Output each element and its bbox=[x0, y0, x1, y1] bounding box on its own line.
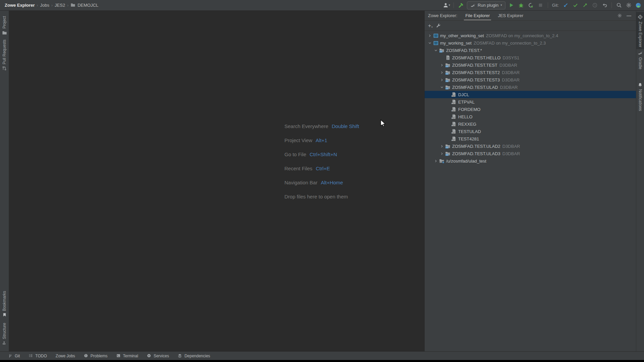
chevron-right-icon[interactable] bbox=[439, 152, 445, 156]
panel-toolbar: +▾ bbox=[425, 21, 636, 31]
tree-item[interactable]: DS ZOSMFAD.TEST.ULAD3 D3DBAR bbox=[425, 150, 636, 157]
panel-settings-icon[interactable] bbox=[616, 13, 623, 19]
tree-item[interactable]: MEM REXXEG bbox=[425, 120, 636, 128]
tree-item[interactable]: my_working_set ZOSMFAD on my_connection_… bbox=[425, 39, 636, 47]
tool-stripe-button-gradle[interactable]: Gradle bbox=[636, 48, 644, 71]
chevron-right-icon[interactable] bbox=[427, 34, 433, 38]
shortcut-hint-row: Recent Files Ctrl+E bbox=[284, 166, 359, 180]
tab-file-explorer[interactable]: File Explorer bbox=[461, 11, 494, 20]
tree-item[interactable]: /u/zosmfad/ulad_test bbox=[425, 157, 636, 165]
avatar-icon[interactable] bbox=[635, 2, 642, 9]
tool-stripe-button-notifications[interactable]: Notifications bbox=[636, 80, 644, 113]
tree-item-suffix: D3DBAR bbox=[502, 77, 520, 82]
svg-text:MEM: MEM bbox=[451, 103, 455, 104]
tree-item-label: my_working_set bbox=[440, 41, 472, 46]
tab-jes-explorer[interactable]: JES Explorer bbox=[494, 11, 527, 20]
tree-item[interactable]: DS ZOSMFAD.TEST.ULAD2 D3DBAR bbox=[425, 142, 636, 150]
tree-item[interactable]: MEM TEST4281 bbox=[425, 135, 636, 142]
tool-window-button-git[interactable]: Git bbox=[8, 354, 20, 358]
update-project-icon[interactable] bbox=[562, 2, 569, 9]
tree-item[interactable]: my_other_working_set ZOSMFAD on my_conne… bbox=[425, 32, 636, 39]
minimize-icon[interactable]: — bbox=[626, 13, 632, 19]
stop-icon[interactable] bbox=[537, 2, 544, 9]
tree-item[interactable]: MEM FORDEMO bbox=[425, 106, 636, 113]
settings-icon[interactable] bbox=[625, 2, 632, 9]
chevron-right-icon[interactable] bbox=[439, 78, 445, 82]
tool-stripe-label: Structure bbox=[2, 323, 7, 339]
chevron-right-icon[interactable] bbox=[439, 71, 445, 74]
tree-item-label: TESTULAD bbox=[458, 129, 481, 134]
breadcrumb-item[interactable]: JES2 bbox=[55, 3, 65, 8]
tree-item[interactable]: DS ZOSMFAD.TEST.TEST D3DBAR bbox=[425, 61, 636, 69]
tool-stripe-label: Zowe Explorer bbox=[638, 21, 643, 47]
member-icon: MEM bbox=[451, 129, 457, 134]
member-icon: MEM bbox=[451, 121, 457, 127]
tree-item[interactable]: DS ZOSMFAD.TEST.* bbox=[425, 47, 636, 54]
breadcrumb-item[interactable]: Jobs bbox=[40, 3, 49, 8]
tool-window-button-problems[interactable]: Problems bbox=[84, 354, 108, 358]
svg-text:Z: Z bbox=[640, 16, 641, 18]
tree-item[interactable]: MEM DJCL bbox=[425, 91, 636, 98]
toolbar-divider bbox=[548, 2, 548, 8]
tree-item[interactable]: MEM HELLO bbox=[425, 113, 636, 120]
history-icon[interactable] bbox=[591, 2, 598, 9]
tool-stripe-button-project[interactable]: Project bbox=[0, 14, 9, 37]
tool-window-button-todo[interactable]: TODO bbox=[29, 354, 47, 358]
member-icon: MEM bbox=[451, 107, 457, 112]
chevron-down-icon[interactable] bbox=[427, 41, 433, 45]
tool-stripe-button-bookmarks[interactable]: Bookmarks bbox=[0, 289, 9, 319]
tree-item[interactable]: MEM TESTULAD bbox=[425, 128, 636, 135]
chevron-down-icon[interactable] bbox=[439, 85, 445, 89]
run-icon[interactable] bbox=[508, 2, 515, 9]
tree-item[interactable]: DS ZOSMFAD.TEST.TEST3 D3DBAR bbox=[425, 76, 636, 83]
tree-item-label: ZOSMFAD.TEST.* bbox=[446, 48, 482, 53]
dataset-folder-icon: DS bbox=[439, 48, 445, 53]
svg-text:MEM: MEM bbox=[451, 139, 455, 141]
build-hammer-icon[interactable] bbox=[457, 2, 465, 9]
user-icon[interactable]: ▾ bbox=[443, 2, 450, 9]
chevron-right-icon[interactable] bbox=[433, 159, 439, 163]
tool-stripe-button-zowe-explorer[interactable]: ZZowe Explorer bbox=[636, 12, 644, 49]
tool-window-button-zowe-jobs[interactable]: Zowe Jobs bbox=[56, 354, 75, 358]
working-set-icon bbox=[433, 41, 439, 46]
tool-window-button-services[interactable]: Services bbox=[147, 354, 169, 358]
chevron-right-icon[interactable] bbox=[439, 144, 445, 148]
tool-stripe-button-structure[interactable]: Structure bbox=[0, 321, 9, 347]
bottom-tool-bar: Git TODO Zowe Jobs Problems Terminal Ser… bbox=[0, 351, 644, 360]
search-icon[interactable] bbox=[615, 2, 623, 9]
commit-icon[interactable] bbox=[572, 2, 579, 9]
breadcrumb-item[interactable]: DEMOJCL bbox=[77, 3, 98, 8]
tree-item[interactable]: DS ZOSMFAD.TEST.ULAD D3DBAR bbox=[425, 83, 636, 91]
problems-icon bbox=[84, 354, 89, 358]
add-icon[interactable]: +▾ bbox=[428, 23, 433, 28]
svg-text:DS: DS bbox=[446, 73, 448, 75]
tool-window-label: Services bbox=[154, 354, 169, 358]
tree-item[interactable]: DS ZOSMFAD.TEST.TEST2 D3DBAR bbox=[425, 69, 636, 76]
tool-window-button-dependencies[interactable]: Dependencies bbox=[178, 354, 210, 358]
chevron-right-icon[interactable] bbox=[439, 63, 445, 67]
debug-icon[interactable] bbox=[518, 2, 525, 9]
run-configuration-label: Run plugin bbox=[478, 3, 498, 8]
tool-window-label: Zowe Jobs bbox=[56, 354, 75, 358]
bookmark-icon bbox=[2, 313, 7, 317]
wrench-icon[interactable] bbox=[436, 23, 441, 28]
push-icon[interactable] bbox=[581, 2, 589, 9]
shortcut-action: Go to File bbox=[284, 152, 306, 157]
profiler-icon[interactable] bbox=[527, 2, 535, 9]
dataset-folder-icon: DS bbox=[445, 84, 451, 90]
chevron-down-icon[interactable] bbox=[433, 49, 439, 52]
tree-item-label: TEST4281 bbox=[458, 136, 479, 141]
rollback-icon[interactable] bbox=[601, 2, 608, 9]
tree-item[interactable]: MEM ETPVAL bbox=[425, 98, 636, 106]
zowe-explorer-panel: Zowe Explorer: File ExplorerJES Explorer… bbox=[424, 11, 636, 351]
mouse-cursor bbox=[380, 119, 386, 128]
todo-icon bbox=[29, 354, 33, 358]
breadcrumb: Zowe Explorer›Jobs›JES2›DEMOJCL bbox=[0, 2, 98, 8]
tree-item-label: ETPVAL bbox=[458, 100, 475, 105]
svg-text:MEM: MEM bbox=[451, 125, 455, 126]
tool-window-button-terminal[interactable]: Terminal bbox=[116, 354, 138, 358]
breadcrumb-item[interactable]: Zowe Explorer bbox=[5, 3, 35, 8]
tool-stripe-button-pull-requests[interactable]: Pull Requests bbox=[0, 38, 9, 73]
run-configuration-select[interactable]: Run plugin▾ bbox=[467, 1, 505, 9]
tree-item[interactable]: ZOSMFAD.TEST.HELLO D3SYS1 bbox=[425, 54, 636, 61]
